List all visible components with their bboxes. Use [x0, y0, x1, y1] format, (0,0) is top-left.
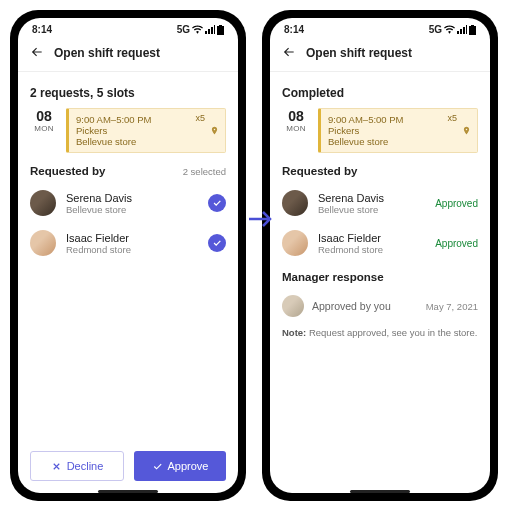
- footer-actions: Decline Approve: [18, 441, 238, 487]
- shift-slot-count: x5: [195, 113, 205, 123]
- status-time: 8:14: [284, 24, 304, 35]
- back-button[interactable]: [30, 45, 44, 61]
- shift-day-number: 08: [30, 108, 58, 124]
- page-title: Open shift request: [306, 46, 412, 60]
- check-icon: [152, 461, 163, 472]
- status-icons: 5G: [177, 24, 224, 35]
- svg-rect-3: [471, 25, 474, 27]
- screen-right: 8:14 5G Open shift request Completed: [270, 18, 490, 493]
- x-icon: [51, 461, 62, 472]
- manager-response-label: Manager response: [282, 271, 384, 283]
- check-icon: [212, 198, 222, 208]
- requester-name: Serena Davis: [66, 192, 198, 204]
- requester-info: Serena Davis Bellevue store: [318, 192, 425, 215]
- approval-status: Approved: [435, 238, 478, 249]
- shift-details: 9:00 AM–5:00 PM Pickers Bellevue store x…: [66, 108, 226, 153]
- summary-line: 2 requests, 5 slots: [30, 86, 226, 100]
- requester-row[interactable]: Serena Davis Bellevue store: [30, 183, 226, 223]
- requester-info: Isaac Fielder Redmond store: [66, 232, 198, 255]
- content-right: Completed 08 MON 9:00 AM–5:00 PM Pickers…: [270, 72, 490, 487]
- page-header: Open shift request: [18, 37, 238, 72]
- status-bar: 8:14 5G: [270, 18, 490, 37]
- shift-date: 08 MON: [30, 108, 58, 153]
- manager-response-header: Manager response: [282, 271, 478, 283]
- shift-role: Pickers: [328, 125, 470, 136]
- status-time: 8:14: [32, 24, 52, 35]
- svg-rect-0: [217, 26, 224, 35]
- requester-info: Isaac Fielder Redmond store: [318, 232, 425, 255]
- manager-response-text: Approved by you: [312, 300, 418, 312]
- status-icons: 5G: [429, 24, 476, 35]
- status-bar: 8:14 5G: [18, 18, 238, 37]
- selected-count: 2 selected: [183, 166, 226, 177]
- battery-icon: [469, 25, 476, 35]
- requested-by-header: Requested by: [282, 165, 478, 177]
- selection-check[interactable]: [208, 234, 226, 252]
- signal-icon: [457, 25, 467, 34]
- requester-name: Serena Davis: [318, 192, 425, 204]
- approval-status: Approved: [435, 198, 478, 209]
- network-label: 5G: [177, 24, 190, 35]
- avatar: [30, 230, 56, 256]
- home-indicator: [350, 490, 410, 493]
- manager-response-date: May 7, 2021: [426, 301, 478, 312]
- content-left: 2 requests, 5 slots 08 MON 9:00 AM–5:00 …: [18, 72, 238, 441]
- back-button[interactable]: [282, 45, 296, 61]
- manager-note: Note: Request approved, see you in the s…: [282, 327, 478, 338]
- requester-store: Bellevue store: [66, 204, 198, 215]
- arrow-left-icon: [282, 45, 296, 59]
- location-pin-icon: [462, 125, 471, 137]
- requester-row[interactable]: Isaac Fielder Redmond store: [30, 223, 226, 263]
- requester-name: Isaac Fielder: [318, 232, 425, 244]
- note-body: Request approved, see you in the store.: [306, 327, 477, 338]
- shift-details: 9:00 AM–5:00 PM Pickers Bellevue store x…: [318, 108, 478, 153]
- selection-check[interactable]: [208, 194, 226, 212]
- shift-date: 08 MON: [282, 108, 310, 153]
- shift-role: Pickers: [76, 125, 218, 136]
- location-pin-icon: [210, 125, 219, 137]
- battery-icon: [217, 25, 224, 35]
- requester-store: Redmond store: [318, 244, 425, 255]
- arrow-left-icon: [30, 45, 44, 59]
- svg-rect-2: [469, 26, 476, 35]
- approve-label: Approve: [168, 460, 209, 472]
- home-indicator: [98, 490, 158, 493]
- phone-right: 8:14 5G Open shift request Completed: [262, 10, 498, 501]
- shift-card[interactable]: 08 MON 9:00 AM–5:00 PM Pickers Bellevue …: [282, 108, 478, 153]
- shift-location: Bellevue store: [328, 136, 470, 147]
- requester-row[interactable]: Isaac Fielder Redmond store Approved: [282, 223, 478, 263]
- note-prefix: Note:: [282, 327, 306, 338]
- avatar: [282, 190, 308, 216]
- screen-left: 8:14 5G Open shift request 2 requests, 5…: [18, 18, 238, 493]
- transition-arrow-icon: [249, 210, 273, 232]
- requester-name: Isaac Fielder: [66, 232, 198, 244]
- requested-by-header: Requested by 2 selected: [30, 165, 226, 177]
- page-title: Open shift request: [54, 46, 160, 60]
- status-heading: Completed: [282, 86, 478, 100]
- decline-button[interactable]: Decline: [30, 451, 124, 481]
- phone-left: 8:14 5G Open shift request 2 requests, 5…: [10, 10, 246, 501]
- requester-store: Bellevue store: [318, 204, 425, 215]
- wifi-icon: [444, 25, 455, 34]
- check-icon: [212, 238, 222, 248]
- shift-card[interactable]: 08 MON 9:00 AM–5:00 PM Pickers Bellevue …: [30, 108, 226, 153]
- requester-info: Serena Davis Bellevue store: [66, 192, 198, 215]
- shift-day-number: 08: [282, 108, 310, 124]
- requested-by-label: Requested by: [30, 165, 105, 177]
- shift-day-name: MON: [30, 124, 58, 133]
- page-header: Open shift request: [270, 37, 490, 72]
- avatar: [282, 230, 308, 256]
- decline-label: Decline: [67, 460, 104, 472]
- avatar: [30, 190, 56, 216]
- shift-location: Bellevue store: [76, 136, 218, 147]
- requester-store: Redmond store: [66, 244, 198, 255]
- signal-icon: [205, 25, 215, 34]
- network-label: 5G: [429, 24, 442, 35]
- approve-button[interactable]: Approve: [134, 451, 226, 481]
- requested-by-label: Requested by: [282, 165, 357, 177]
- manager-response-row: Approved by you May 7, 2021: [282, 289, 478, 323]
- avatar: [282, 295, 304, 317]
- wifi-icon: [192, 25, 203, 34]
- requester-row[interactable]: Serena Davis Bellevue store Approved: [282, 183, 478, 223]
- shift-slot-count: x5: [447, 113, 457, 123]
